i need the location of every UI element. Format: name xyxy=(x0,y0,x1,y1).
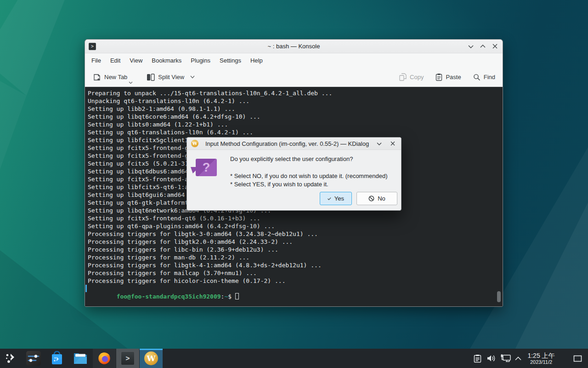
discover-icon xyxy=(50,351,64,366)
new-tab-label: New Tab xyxy=(104,74,127,80)
split-view-icon xyxy=(147,74,155,81)
maximize-button[interactable] xyxy=(479,42,487,51)
menu-item[interactable]: View xyxy=(125,55,147,66)
volume-tray-button[interactable] xyxy=(485,349,497,368)
new-tab-dropdown-icon xyxy=(129,81,133,84)
clipboard-icon xyxy=(474,354,481,363)
im-config-icon: W xyxy=(191,140,198,147)
dialog-options: * Select NO, if you do not wish to updat… xyxy=(230,172,388,189)
tray-expander-button[interactable] xyxy=(513,349,524,368)
menu-item[interactable]: Plugins xyxy=(186,55,215,66)
terminal-line: Unpacking qt6-translations-l10n (6.4.2-1… xyxy=(88,97,503,105)
terminal-line: Preparing to unpack .../15-qt6-translati… xyxy=(88,89,503,97)
file-manager-button[interactable] xyxy=(71,349,90,368)
app-launcher-button[interactable] xyxy=(2,349,20,368)
terminal-line: Setting up qt6-translations-l10n (6.4.2-… xyxy=(88,128,503,136)
menu-item[interactable]: Settings xyxy=(215,55,246,66)
network-tray-button[interactable] xyxy=(499,349,513,368)
find-button[interactable]: Find xyxy=(473,74,495,81)
cancel-icon xyxy=(368,196,374,201)
dialog-titlebar[interactable]: W Input Method Configuration (im-config,… xyxy=(187,138,401,150)
terminal-line: Setting up libts0:amd64 (1.22-1+b1) ... xyxy=(88,121,503,128)
prompt-symbol: $ xyxy=(228,293,232,300)
split-view-button[interactable]: Split View xyxy=(147,74,195,81)
kdialog-icon: W xyxy=(144,351,158,365)
no-label: No xyxy=(378,195,385,202)
firefox-icon xyxy=(97,351,111,365)
menubar: FileEditViewBookmarksPluginsSettingsHelp xyxy=(85,53,503,68)
close-button[interactable] xyxy=(491,42,499,51)
menu-item[interactable]: Bookmarks xyxy=(147,55,186,66)
check-icon xyxy=(328,196,331,201)
window-title: ~ : bash — Konsole xyxy=(85,43,503,50)
terminal-line: Processing triggers for libc-bin (2.36-9… xyxy=(88,246,503,253)
no-button[interactable]: No xyxy=(356,192,397,205)
paste-icon xyxy=(435,73,442,81)
new-tab-button[interactable]: New Tab xyxy=(93,73,127,81)
taskbar-konsole-button[interactable]: > xyxy=(116,349,139,368)
clock-time: 1:25 上午 xyxy=(527,352,554,359)
dialog-option-line: * Select YES, if you wish to update it. xyxy=(230,180,388,189)
dialog-close-button[interactable] xyxy=(389,139,397,148)
copy-icon xyxy=(399,73,407,81)
terminal-line: Processing triggers for hicolor-icon-the… xyxy=(88,277,503,285)
terminal-prompt: foo@foo-standardpcq35ich92009:~$ xyxy=(88,285,503,293)
paste-button[interactable]: Paste xyxy=(435,73,461,81)
chevron-up-icon xyxy=(515,356,521,361)
minimize-button[interactable] xyxy=(467,42,475,51)
yes-label: Yes xyxy=(334,195,344,202)
taskbar: > W xyxy=(0,349,588,368)
menu-item[interactable]: File xyxy=(87,55,106,66)
terminal-line: Setting up fcitx5-frontend-qt6 (5.0.16-1… xyxy=(88,214,503,222)
prompt-user: foo@foo-standardpcq35ich92009 xyxy=(117,293,221,300)
speaker-icon xyxy=(486,354,496,362)
menu-item[interactable]: Help xyxy=(246,55,267,66)
dialog-question: Do you explicitly select the user config… xyxy=(230,155,353,162)
digital-clock[interactable]: 1:25 上午 2023/11/2 xyxy=(523,349,560,368)
split-view-label: Split View xyxy=(158,74,184,80)
toolbar: New Tab Split View xyxy=(85,68,503,87)
new-tab-icon xyxy=(93,73,101,81)
paste-label: Paste xyxy=(446,74,461,80)
terminal-line: Processing triggers for libgtk2.0-0:amd6… xyxy=(88,238,503,246)
system-settings-button[interactable] xyxy=(24,349,43,368)
discover-button[interactable] xyxy=(47,349,67,368)
clock-date: 2023/11/2 xyxy=(530,359,552,365)
terminal-line: Processing triggers for libgtk-4-1:amd64… xyxy=(88,261,503,269)
copy-label: Copy xyxy=(410,74,424,80)
konsole-app-icon: > xyxy=(89,43,96,50)
dialog-title: Input Method Configuration (im-config, v… xyxy=(201,140,373,147)
dialog-option-line: * Select NO, if you do not wish to updat… xyxy=(230,172,388,180)
konsole-icon: > xyxy=(121,351,135,365)
question-icon: ? xyxy=(196,159,217,176)
clipboard-tray-button[interactable] xyxy=(471,349,483,368)
show-desktop-icon xyxy=(573,355,582,362)
window-titlebar[interactable]: > ~ : bash — Konsole xyxy=(85,40,503,53)
menu-item[interactable]: Edit xyxy=(106,55,125,66)
split-view-dropdown-icon xyxy=(190,75,195,79)
terminal-line: Processing triggers for man-db (2.11.2-2… xyxy=(88,253,503,261)
terminal-cursor xyxy=(235,293,239,299)
taskbar-firefox-button[interactable] xyxy=(93,349,116,368)
network-icon xyxy=(500,354,511,363)
system-settings-icon xyxy=(26,351,41,366)
terminal-line: Setting up libqt6core6:amd64 (6.4.2+dfsg… xyxy=(88,113,503,121)
find-icon xyxy=(473,74,481,81)
folder-icon xyxy=(73,351,88,365)
dialog-body: ? Do you explicitly select the user conf… xyxy=(187,150,401,211)
terminal-scrollbar[interactable] xyxy=(497,291,501,302)
copy-button[interactable]: Copy xyxy=(399,73,424,81)
show-desktop-button[interactable] xyxy=(570,349,585,368)
terminal-line: Processing triggers for libgtk-3-0:amd64… xyxy=(88,230,503,238)
terminal-line: Setting up libb2-1:amd64 (0.98.1-1.1) ..… xyxy=(88,105,503,113)
desktop: > ~ : bash — Konsole FileEditViewBookmar… xyxy=(0,0,588,368)
terminal-line: Processing triggers for mailcap (3.70+nm… xyxy=(88,269,503,277)
kdialog-window: W Input Method Configuration (im-config,… xyxy=(187,137,401,211)
dialog-minimize-button[interactable] xyxy=(375,139,383,148)
terminal-line: Setting up qt6-qpa-plugins:amd64 (6.4.2+… xyxy=(88,222,503,230)
yes-button[interactable]: Yes xyxy=(320,192,352,205)
taskbar-kdialog-button[interactable]: W xyxy=(140,349,163,368)
app-launcher-icon xyxy=(5,352,17,365)
prompt-marker xyxy=(85,285,87,292)
find-label: Find xyxy=(484,74,495,80)
